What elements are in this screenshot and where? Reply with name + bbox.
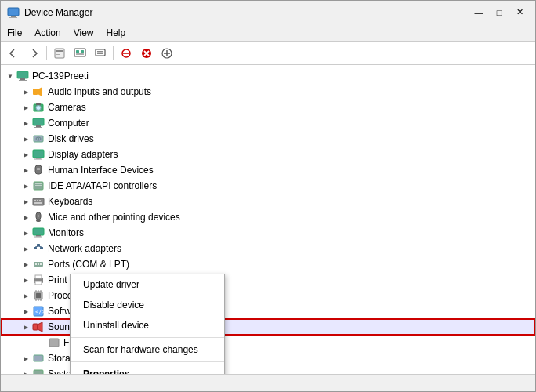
- properties-button[interactable]: [50, 44, 69, 63]
- svg-rect-45: [33, 198, 44, 205]
- svg-rect-31: [36, 125, 41, 127]
- svg-rect-48: [39, 200, 41, 201]
- ports-icon: [32, 258, 45, 270]
- status-bar: [1, 374, 535, 391]
- back-button[interactable]: [4, 44, 23, 63]
- minimize-button[interactable]: —: [469, 4, 488, 21]
- svg-rect-1: [11, 16, 16, 17]
- computer-tree-icon: [32, 117, 45, 129]
- svg-rect-47: [37, 200, 38, 201]
- tree-item-network[interactable]: ▶ Network adapters: [1, 241, 535, 256]
- tree-item-ide[interactable]: ▶ IDE ATA/ATAPI controllers: [1, 178, 535, 194]
- ctx-scan-hardware[interactable]: Scan for hardware changes: [71, 339, 224, 360]
- disable-button[interactable]: [117, 44, 136, 63]
- audio-icon: [32, 85, 45, 98]
- system-icon: [32, 368, 45, 374]
- svg-line-59: [35, 246, 38, 247]
- system-expand: ▶: [20, 368, 32, 374]
- tree-item-mice[interactable]: ▶ Mice and other pointing devices: [1, 209, 535, 225]
- svg-rect-37: [36, 158, 41, 159]
- svg-rect-58: [40, 247, 43, 249]
- processors-expand: ▶: [20, 289, 32, 302]
- monitors-icon: [32, 227, 45, 239]
- hid-label: Human Interface Devices: [48, 165, 154, 176]
- mice-label: Mice and other pointing devices: [48, 212, 180, 223]
- svg-rect-81: [34, 355, 43, 361]
- update-driver-button[interactable]: [91, 44, 110, 63]
- scan-button[interactable]: [71, 44, 89, 63]
- tree-item-display[interactable]: ▶ Display adapters: [1, 147, 535, 162]
- svg-rect-29: [36, 103, 41, 105]
- svg-rect-53: [33, 228, 44, 235]
- toolbar-separator-2: [113, 46, 114, 60]
- svg-line-60: [38, 246, 42, 247]
- uninstall-button[interactable]: [137, 44, 156, 63]
- menu-view[interactable]: View: [67, 26, 100, 40]
- device-tree-content[interactable]: ▼ PC-139Preeti ▶: [1, 65, 535, 374]
- network-expand: ▶: [20, 242, 32, 255]
- keyboards-icon: [32, 195, 45, 208]
- print-icon: [32, 274, 45, 286]
- svg-rect-56: [34, 247, 37, 249]
- svg-marker-26: [38, 87, 42, 96]
- computer-label: Computer: [48, 118, 89, 129]
- print-expand: ▶: [20, 274, 32, 286]
- window-title: Device Manager: [24, 7, 469, 18]
- ports-expand: ▶: [20, 258, 32, 270]
- mice-icon: [32, 211, 45, 223]
- svg-rect-24: [19, 80, 27, 81]
- ctx-properties[interactable]: Properties: [71, 364, 224, 374]
- ctx-uninstall-device[interactable]: Uninstall device: [71, 315, 224, 336]
- tree-item-disk[interactable]: ▶ Disk drives: [1, 131, 535, 147]
- network-icon: [32, 242, 45, 255]
- svg-rect-66: [35, 275, 42, 278]
- ctx-disable-device[interactable]: Disable device: [71, 295, 224, 315]
- network-label: Network adapters: [48, 243, 121, 254]
- tree-item-audio[interactable]: ▶ Audio inputs and outputs: [1, 84, 535, 100]
- svg-point-28: [36, 106, 41, 111]
- tree-root[interactable]: ▼ PC-139Preeti: [1, 68, 535, 84]
- tree-item-monitors[interactable]: ▶ Monitors: [1, 225, 535, 241]
- svg-rect-9: [81, 50, 84, 53]
- tree-item-hid[interactable]: ▶ Human Interface Devices: [1, 162, 535, 178]
- fli-expand: [35, 336, 48, 349]
- software-expand: ▶: [20, 305, 32, 318]
- ctx-update-driver[interactable]: Update driver: [71, 274, 224, 295]
- svg-rect-25: [33, 89, 38, 95]
- add-button[interactable]: [158, 44, 176, 63]
- processors-icon: [32, 289, 45, 302]
- tree-item-computer[interactable]: ▶ Computer: [1, 115, 535, 131]
- svg-marker-79: [38, 322, 42, 332]
- tree-item-keyboards[interactable]: ▶ Keyboards: [1, 194, 535, 209]
- svg-rect-30: [33, 118, 44, 125]
- maximize-button[interactable]: □: [490, 4, 509, 21]
- display-label: Display adapters: [48, 149, 118, 160]
- window-controls: — □ ✕: [469, 4, 529, 21]
- menu-action[interactable]: Action: [28, 26, 67, 40]
- context-menu: Update driver Disable device Uninstall d…: [70, 274, 225, 374]
- svg-rect-22: [17, 71, 28, 78]
- device-manager-window: Device Manager — □ ✕ File Action View He…: [0, 0, 536, 392]
- svg-rect-6: [56, 54, 60, 55]
- tree-item-ports[interactable]: ▶ Ports (COM & LPT): [1, 256, 535, 272]
- svg-point-35: [38, 138, 39, 140]
- disk-icon: [32, 132, 45, 145]
- cameras-icon: [32, 101, 45, 114]
- ide-expand: ▶: [20, 180, 32, 192]
- menu-help[interactable]: Help: [100, 26, 132, 40]
- toolbar: [1, 42, 535, 65]
- svg-rect-44: [35, 187, 39, 187]
- forward-button[interactable]: [24, 44, 43, 63]
- svg-rect-43: [35, 185, 42, 186]
- close-button[interactable]: ✕: [510, 4, 529, 21]
- fli-icon: [48, 336, 60, 349]
- svg-rect-10: [76, 53, 84, 55]
- svg-rect-55: [34, 237, 42, 238]
- svg-point-63: [38, 263, 39, 265]
- tree-item-cameras[interactable]: ▶ Cameras: [1, 100, 535, 115]
- svg-rect-67: [35, 281, 42, 285]
- svg-rect-38: [34, 159, 42, 160]
- menu-file[interactable]: File: [1, 26, 28, 40]
- svg-point-62: [35, 263, 37, 265]
- display-icon: [32, 148, 45, 161]
